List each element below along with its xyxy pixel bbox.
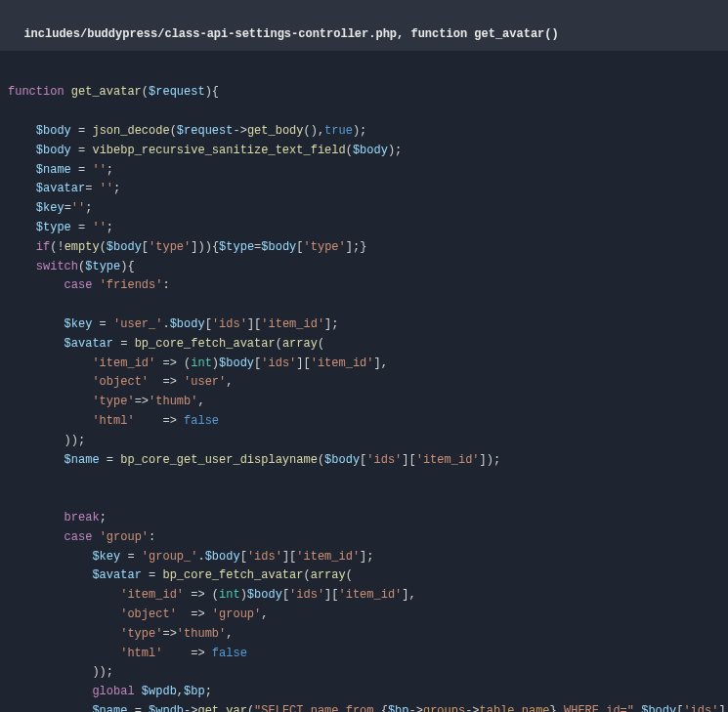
code-token: ])){ <box>191 240 219 254</box>
code-token <box>8 511 64 524</box>
code-line: $avatar = bp_core_fetch_avatar(array( <box>8 335 720 355</box>
code-line <box>8 296 720 315</box>
code-token: 'type' <box>120 627 162 641</box>
code-token: $name <box>92 704 127 712</box>
code-token: ]); <box>480 453 501 467</box>
code-token: 'item_id' <box>92 356 155 370</box>
code-token <box>8 124 36 138</box>
code-line: global $wpdb,$bp; <box>8 683 720 702</box>
code-line: 'html' => false <box>8 645 720 664</box>
code-token: bp_core_fetch_avatar <box>135 337 276 351</box>
code-token: 'item_id' <box>311 356 374 370</box>
code-token: ( <box>303 568 310 582</box>
code-token: (), <box>303 124 324 138</box>
code-line: 'object' => 'user', <box>8 373 720 393</box>
code-token: 'ids' <box>261 356 296 370</box>
code-token: ], <box>402 588 415 602</box>
code-token: ; <box>107 221 113 234</box>
code-token: if <box>36 240 50 254</box>
code-block: function get_avatar($request){ $body = j… <box>0 51 728 712</box>
code-token: -> <box>184 704 197 712</box>
code-token: ; <box>205 685 212 698</box>
code-token: $name <box>36 163 71 177</box>
code-token <box>8 550 92 564</box>
code-token: )); <box>8 434 85 447</box>
code-token: switch <box>36 260 78 273</box>
code-token: json_decode <box>92 124 169 138</box>
code-token: [ <box>282 588 289 602</box>
code-token: } <box>550 704 557 712</box>
code-token: '' <box>92 221 106 234</box>
code-line: $avatar = bp_core_fetch_avatar(array( <box>8 566 720 586</box>
code-token: groups <box>423 704 465 712</box>
code-token: ][ <box>296 356 310 370</box>
code-token <box>8 607 120 621</box>
code-token: . <box>197 550 204 564</box>
code-token: ){ <box>120 260 134 273</box>
code-token: "SELECT name from <box>254 704 381 712</box>
code-token: $bp <box>388 704 409 712</box>
code-token: '' <box>92 163 106 177</box>
code-token: function <box>8 85 71 99</box>
code-token: 'type' <box>92 395 134 408</box>
code-token: ( <box>276 337 282 351</box>
code-token: 'group' <box>100 530 149 544</box>
code-token: { <box>381 704 388 712</box>
code-token: true <box>324 124 353 138</box>
code-token: 'item_id' <box>416 453 480 467</box>
code-token: = <box>113 337 135 351</box>
code-token: $bp <box>184 685 205 698</box>
code-token: $body <box>324 453 360 467</box>
code-line: 'type'=>'thumb', <box>8 625 720 645</box>
code-token <box>8 530 64 544</box>
code-token: ; <box>107 163 113 177</box>
code-line: $name = $wpdb->get_var("SELECT name from… <box>8 702 720 712</box>
code-token: global <box>92 685 134 698</box>
code-token: = <box>71 163 93 177</box>
code-token: => ( <box>184 588 219 602</box>
code-token <box>92 530 99 544</box>
code-token <box>92 278 99 292</box>
code-token: $body <box>219 356 254 370</box>
code-line <box>8 489 720 509</box>
code-token: 'ids' <box>366 453 402 467</box>
code-token <box>8 685 92 698</box>
code-token: get_body <box>247 124 304 138</box>
code-token: = <box>71 221 93 234</box>
code-line: $type = ''; <box>8 219 720 238</box>
code-line: $key = 'group_'.$body['ids']['item_id']; <box>8 548 720 567</box>
code-token: $body <box>205 550 240 564</box>
code-token: 'item_id' <box>120 588 184 602</box>
code-token: -> <box>233 124 246 138</box>
code-token: [ <box>205 317 212 331</box>
code-token: , <box>177 685 184 698</box>
code-token: ] <box>718 704 725 712</box>
code-token: -> <box>465 704 479 712</box>
code-token: $body <box>247 588 282 602</box>
code-token: ) <box>240 588 247 602</box>
code-token <box>8 240 36 254</box>
code-token: $avatar <box>64 337 113 351</box>
code-line <box>8 64 720 84</box>
code-token <box>8 375 92 389</box>
code-token: ; <box>85 201 92 215</box>
code-token: vibebp_recursive_sanitize_text_field <box>92 144 345 157</box>
code-token: ; <box>100 511 107 524</box>
code-token: $body <box>641 704 676 712</box>
code-token <box>8 356 92 370</box>
code-line: $key=''; <box>8 199 720 219</box>
code-token: bp_core_get_user_displayname <box>120 453 318 467</box>
code-token: (! <box>50 240 64 254</box>
code-token: ( <box>100 240 107 254</box>
code-token: array <box>311 568 346 582</box>
code-token: ], <box>374 356 388 370</box>
code-line: break; <box>8 509 720 528</box>
code-token: 'item_id' <box>296 550 360 564</box>
code-token: [ <box>296 240 303 254</box>
code-line <box>8 470 720 489</box>
code-token: bp_core_fetch_avatar <box>162 568 303 582</box>
code-token: -> <box>409 704 423 712</box>
code-token: . <box>162 317 169 331</box>
code-token: WHERE id=" <box>557 704 634 712</box>
code-token: [ <box>142 240 149 254</box>
